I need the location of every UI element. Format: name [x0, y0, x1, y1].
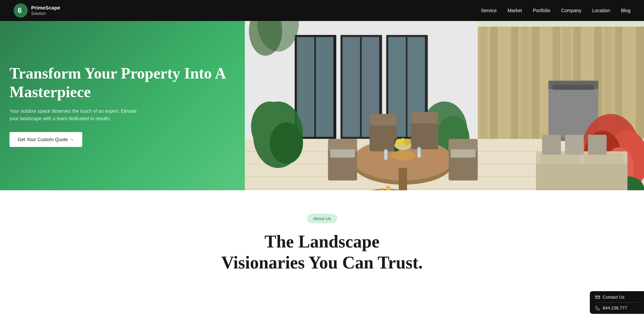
- svg-text:6: 6: [18, 6, 22, 15]
- svg-rect-6: [490, 27, 497, 152]
- svg-rect-39: [553, 85, 594, 90]
- nav-company[interactable]: Company: [561, 8, 581, 13]
- svg-rect-63: [330, 149, 355, 158]
- hero-subtitle: Your outdoor space deserves the touch of…: [9, 107, 138, 123]
- navbar: 6 PrimeScape Solution Service Market Por…: [0, 0, 644, 21]
- nav-blog[interactable]: Blog: [621, 8, 630, 13]
- hero-image-area: [245, 21, 644, 190]
- logo[interactable]: 6 PrimeScape Solution: [14, 3, 60, 18]
- nav-service[interactable]: Service: [481, 8, 497, 13]
- nav-links: Service Market Portfolio Company Locatio…: [481, 7, 630, 14]
- about-heading: The Landscape Visionaries You Can Trust.: [203, 231, 441, 274]
- svg-rect-76: [584, 153, 623, 164]
- hero-content: Transform Your Property Into A Masterpie…: [9, 64, 231, 147]
- svg-point-71: [404, 139, 410, 146]
- svg-rect-10: [532, 27, 539, 152]
- svg-rect-62: [411, 112, 438, 123]
- svg-point-43: [270, 122, 303, 164]
- patio-image: [245, 21, 644, 190]
- svg-rect-9: [521, 27, 529, 152]
- hero-cta-button[interactable]: Get Your Custom Quote →: [9, 132, 82, 147]
- svg-rect-59: [369, 122, 396, 151]
- svg-rect-20: [636, 27, 644, 152]
- about-section: About Us The Landscape Visionaries You C…: [0, 190, 644, 287]
- nav-portfolio[interactable]: Portfolio: [533, 8, 550, 13]
- svg-rect-66: [384, 149, 387, 160]
- svg-rect-61: [411, 120, 438, 149]
- svg-rect-7: [500, 27, 508, 152]
- hero-section: Transform Your Property Into A Masterpie…: [0, 21, 644, 190]
- nav-location[interactable]: Location: [592, 8, 610, 13]
- svg-rect-54: [399, 168, 407, 190]
- svg-rect-77: [542, 135, 561, 155]
- nav-market[interactable]: Market: [508, 8, 522, 13]
- logo-text: PrimeScape Solution: [31, 4, 60, 16]
- svg-rect-64: [451, 149, 476, 158]
- svg-rect-8: [511, 27, 518, 152]
- svg-rect-67: [417, 147, 421, 158]
- svg-rect-5: [480, 27, 487, 152]
- svg-rect-78: [565, 135, 584, 155]
- hero-left-panel: Transform Your Property Into A Masterpie…: [0, 21, 245, 190]
- hero-title: Transform Your Property Into A Masterpie…: [9, 64, 231, 101]
- svg-rect-75: [540, 153, 580, 164]
- svg-rect-60: [369, 114, 396, 126]
- about-badge: About Us: [307, 214, 337, 223]
- svg-rect-79: [588, 135, 606, 155]
- logo-icon: 6: [14, 3, 28, 18]
- svg-rect-73: [536, 160, 627, 190]
- svg-point-72: [390, 151, 415, 160]
